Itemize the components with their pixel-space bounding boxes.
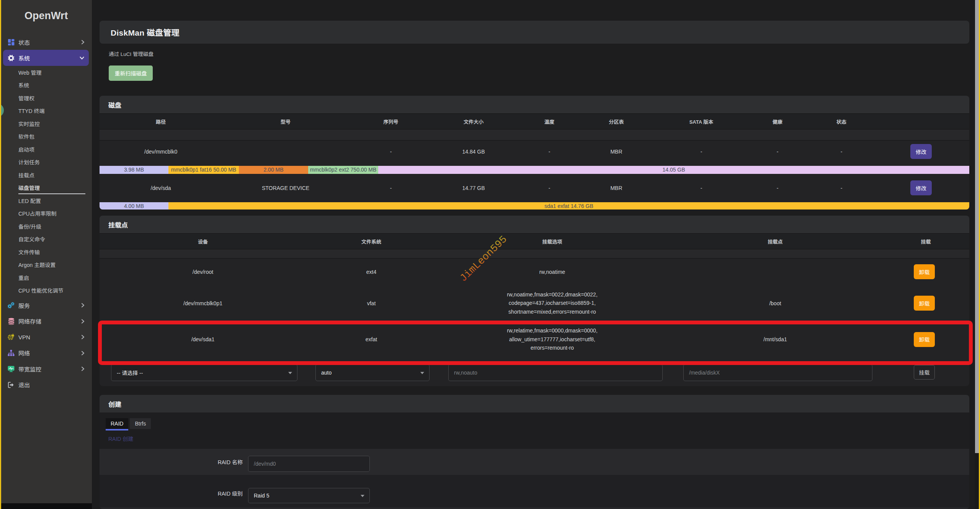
sidebar-subitem-cpu-tuning[interactable]: CPU 性能优化调节 — [1, 284, 92, 297]
disk-temp: - — [514, 141, 584, 163]
sidebar-subitem-administration[interactable]: 管理权 — [1, 92, 92, 105]
modify-disk-button[interactable]: 修改 — [910, 144, 932, 159]
disk-model: STORAGE DEVICE — [222, 174, 349, 202]
sidebar-subitem-mount-points[interactable]: 挂载点 — [1, 169, 92, 182]
sidebar-subitem-disk-management[interactable]: 磁盘管理 — [1, 182, 92, 195]
sidebar-item-network[interactable]: 网络 — [1, 345, 92, 361]
tab-btrfs[interactable]: Btrfs — [130, 418, 151, 429]
spacer-row — [100, 249, 969, 259]
sidebar-item-label: 网络存储 — [18, 317, 41, 325]
app-root: OpenWrt 状态 系统 Web 管理 系统 管理权 TTYD 终端 实时监控… — [0, 0, 980, 509]
partition-bar-row: 3.98 MB mmcblk0p1 fat16 50.00 MB 2.00 MB… — [100, 163, 969, 174]
raid-name-label: RAID 名称 — [100, 449, 243, 475]
sidebar-subitem-startup[interactable]: 启动项 — [1, 143, 92, 156]
device-select[interactable]: -- 请选择 -- — [111, 364, 297, 381]
filesystem-select[interactable]: auto — [315, 364, 430, 381]
disk-status: - — [801, 174, 882, 202]
disk-status: - — [801, 141, 882, 163]
disk-health: - — [754, 141, 801, 163]
disk-serial: - — [349, 174, 433, 202]
col-mount: 挂载 — [882, 234, 969, 249]
disk-path: /dev/sda — [100, 174, 222, 202]
disk-sata: - — [648, 141, 754, 163]
sidebar-void — [1, 503, 92, 509]
sidebar-item-services[interactable]: 服务 — [1, 298, 92, 314]
disks-section-title: 磁盘 — [100, 96, 969, 113]
disk-parttable: MBR — [584, 174, 648, 202]
gear-icon — [8, 54, 15, 61]
partition-bar-mmcblk0: 3.98 MB mmcblk0p1 fat16 50.00 MB 2.00 MB… — [100, 166, 969, 174]
disk-sata: - — [648, 174, 754, 202]
action-cell: 卸载 — [882, 285, 969, 321]
unmount-button[interactable]: 卸载 — [914, 264, 935, 279]
dashboard-icon — [8, 39, 15, 46]
sidebar-item-vpn[interactable]: VPN — [1, 329, 92, 345]
mount-button[interactable]: 挂载 — [914, 365, 935, 380]
sidebar-subitem-scheduled-tasks[interactable]: 计划任务 — [1, 156, 92, 169]
screen-edge-left — [0, 0, 1, 509]
modify-disk-button[interactable]: 修改 — [910, 180, 932, 195]
mount-point — [668, 259, 882, 285]
chevron-right-icon — [81, 303, 85, 308]
col-device: 设备 — [100, 234, 306, 249]
globe-lock-icon — [8, 334, 15, 340]
sidebar-item-status[interactable]: 状态 — [1, 34, 92, 50]
sidebar-item-network-storage[interactable]: 网络存储 — [1, 313, 92, 329]
sidebar-item-label: 系统 — [18, 54, 30, 62]
sidebar-subitem-web-admin[interactable]: Web 管理 — [1, 66, 92, 79]
chevron-right-icon — [81, 319, 85, 324]
sidebar-item-logout[interactable]: 退出 — [1, 377, 92, 393]
sidebar-subitem-system[interactable]: 系统 — [1, 79, 92, 92]
rescan-disks-button[interactable]: 重新扫描磁盘 — [109, 65, 153, 81]
sidebar-subitem-backup-upgrade[interactable]: 备份/升级 — [1, 220, 92, 233]
partition-segment: mmcblk0p2 ext2 750.00 MB — [308, 166, 378, 174]
watermark-text: JimLeon595 — [436, 220, 532, 301]
sidebar-subitem-reboot[interactable]: 重启 — [1, 271, 92, 284]
disk-serial: - — [349, 141, 433, 163]
svg-text:JimLeon595: JimLeon595 — [457, 234, 509, 284]
scrollbar-thumb[interactable] — [975, 0, 979, 453]
unmount-button[interactable]: 卸载 — [914, 296, 935, 311]
partition-segment: 2.00 MB — [239, 166, 308, 174]
sidebar-subitem-software[interactable]: 软件包 — [1, 130, 92, 143]
scrollbar-track[interactable] — [975, 0, 979, 509]
mount-options-input[interactable] — [448, 364, 663, 381]
form-cell — [668, 364, 882, 386]
sidebar-item-label: 退出 — [18, 381, 30, 389]
sidebar-item-label: VPN — [18, 334, 30, 340]
sidebar: OpenWrt 状态 系统 Web 管理 系统 管理权 TTYD 终端 实时监控… — [1, 0, 92, 503]
col-parttable: 分区表 — [584, 114, 648, 129]
sidebar-subitem-ttyd[interactable]: TTYD 终端 — [1, 105, 92, 118]
raid-level-select[interactable]: Raid 5 — [248, 488, 370, 503]
mounts-section-title: 挂载点 — [100, 216, 969, 233]
raid-create-link[interactable]: RAID 创建 — [108, 435, 133, 442]
openwrt-logo[interactable]: OpenWrt — [24, 10, 68, 22]
sidebar-item-system[interactable]: 系统 — [3, 50, 89, 66]
sidebar-item-label: 带宽监控 — [18, 365, 41, 373]
col-actions — [882, 114, 969, 129]
sidebar-item-bandwidth-monitor[interactable]: 带宽监控 — [1, 361, 92, 377]
system-submenu: Web 管理 系统 管理权 TTYD 终端 实时监控 软件包 启动项 计划任务 … — [1, 66, 92, 297]
sidebar-subitem-file-transfer[interactable]: 文件传输 — [1, 245, 92, 259]
disk-size: 14.77 GB — [433, 174, 514, 202]
partition-bar-sda: 4.00 MB sda1 exfat 14.76 GB — [100, 202, 969, 210]
page-description: 通过 LuCI 管理磁盘 — [109, 50, 154, 57]
spacer-cell — [100, 249, 969, 259]
partition-segment: 4.00 MB — [100, 202, 168, 210]
disks-table: 路径 型号 序列号 文件大小 温度 分区表 SATA 版本 健康 状态 /dev… — [100, 113, 969, 209]
sidebar-subitem-custom-commands[interactable]: 自定义命令 — [1, 233, 92, 246]
sidebar-subitem-realtime-monitor[interactable]: 实时监控 — [1, 117, 92, 130]
sidebar-subitem-led-config[interactable]: LED 配置 — [1, 194, 92, 207]
disks-table-header-row: 路径 型号 序列号 文件大小 温度 分区表 SATA 版本 健康 状态 — [100, 114, 969, 129]
mount-point-input[interactable] — [683, 364, 872, 381]
disk-model — [222, 141, 349, 163]
raid-name-input[interactable] — [248, 456, 370, 472]
partition-bar-cell: 3.98 MB mmcblk0p1 fat16 50.00 MB 2.00 MB… — [100, 163, 969, 174]
sidebar-subitem-argon-theme[interactable]: Argon 主题设置 — [1, 259, 92, 272]
sidebar-subitem-cpu-limit[interactable]: CPU占用率限制 — [1, 207, 92, 220]
database-icon — [8, 318, 15, 325]
disks-card: 磁盘 路径 型号 序列号 文件大小 温度 分区表 SATA 版本 健康 状态 /… — [100, 96, 969, 209]
raid-name-row: RAID 名称 — [100, 449, 969, 475]
tab-raid[interactable]: RAID — [106, 418, 128, 430]
sidebar-item-label: 网络 — [18, 349, 30, 357]
